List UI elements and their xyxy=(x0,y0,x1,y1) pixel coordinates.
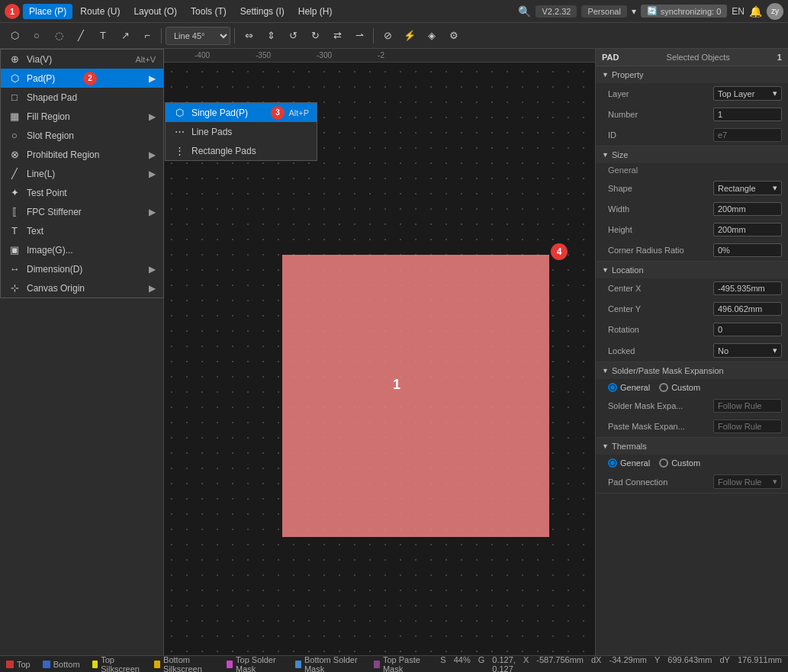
row-height: Height 200mm xyxy=(596,220,788,240)
section-property-header[interactable]: ▼ Property xyxy=(596,66,788,83)
solder-mask-value: Follow Rule xyxy=(713,399,782,413)
solder-radio-custom[interactable]: Custom xyxy=(659,383,700,392)
menu-item-prohibited[interactable]: ⊗ Prohibited Region ▶ xyxy=(1,145,163,164)
toolbar-btn-6[interactable]: ↗ xyxy=(115,26,135,46)
row-width: Width 200mm xyxy=(596,199,788,220)
row-pad-connection: Pad Connection Follow Rule▾ xyxy=(596,471,788,493)
menu-tools[interactable]: Tools (T) xyxy=(185,4,233,19)
layer-value[interactable]: Top Layer▾ xyxy=(713,86,782,101)
angle-select[interactable]: Line 45° Line 90° Any Angle xyxy=(166,27,230,45)
layer-bottom-dot xyxy=(43,661,50,668)
menu-item-slot-region[interactable]: ○ Slot Region xyxy=(1,126,163,145)
layer-bottom[interactable]: Bottom xyxy=(43,660,80,669)
layer-top[interactable]: Top xyxy=(6,660,31,669)
menu-item-image[interactable]: ▣ Image(G)... xyxy=(1,240,163,259)
toolbar-btn-4[interactable]: ╱ xyxy=(71,26,91,46)
layer-top-paste-mask[interactable]: Top Paste Mask xyxy=(374,655,428,673)
layer-bottom-silkscreen[interactable]: Bottom Silkscreen xyxy=(154,655,214,673)
width-label: Width xyxy=(608,204,710,214)
menu-item-fpc[interactable]: ⟦ FPC Stiffener ▶ xyxy=(1,202,163,221)
dimension-arrow: ▶ xyxy=(149,264,156,275)
layer-top-silkscreen[interactable]: Top Silkscreen xyxy=(92,655,143,673)
toolbar-rotate-l[interactable]: ↺ xyxy=(283,26,303,46)
section-location: ▼ Location Center X -495.935mm Center Y … xyxy=(596,262,788,362)
paste-mask-value: Follow Rule xyxy=(713,420,782,433)
ruler-top: -400 -350 -300 -2 xyxy=(164,49,595,63)
place-menu: ⊕ Via(V) Alt+V ⬡ Pad(P) 2 ▶ ⬡ Single Pad… xyxy=(0,49,164,298)
id-label: ID xyxy=(608,130,710,140)
solder-radio-general[interactable]: General xyxy=(608,383,650,392)
toolbar-clear[interactable]: ⊘ xyxy=(378,26,397,46)
menu-item-fill-region[interactable]: ▦ Fill Region ▶ xyxy=(1,107,163,126)
toolbar-drc[interactable]: ⚡ xyxy=(400,26,420,46)
menu-item-test-point[interactable]: ✦ Test Point xyxy=(1,183,163,202)
search-icon[interactable]: 🔍 xyxy=(518,5,531,18)
toolbar-mirror[interactable]: ⇄ xyxy=(327,26,347,46)
canvas-origin-arrow: ▶ xyxy=(149,283,156,294)
section-property: ▼ Property Layer Top Layer▾ Number 1 ID … xyxy=(596,66,788,146)
submenu-line-pads[interactable]: ⋯ Line Pads xyxy=(166,122,317,141)
menu-settings[interactable]: Settings (I) xyxy=(234,4,291,19)
section-property-label: Property xyxy=(612,70,644,79)
layer-bottom-solder-mask[interactable]: Bottom Solder Mask xyxy=(295,655,362,673)
submenu-rectangle-pads[interactable]: ⋮ Rectangle Pads xyxy=(166,141,317,160)
menu-layout[interactable]: Layout (O) xyxy=(127,4,183,19)
dimension-icon: ↔ xyxy=(8,263,21,275)
number-value[interactable]: 1 xyxy=(713,108,782,121)
section-size-header[interactable]: ▼ Size xyxy=(596,146,788,163)
menu-item-line[interactable]: ╱ Line(L) ▶ xyxy=(1,164,163,183)
corner-radius-value[interactable]: 0% xyxy=(713,243,782,257)
toolbar-btn-5[interactable]: T xyxy=(93,26,113,46)
menu-item-dimension[interactable]: ↔ Dimension(D) ▶ xyxy=(1,259,163,278)
pad-connection-label: Pad Connection xyxy=(608,477,710,487)
section-thermals-header[interactable]: ▼ Thermals xyxy=(596,438,788,455)
paste-mask-label: Paste Mask Expan... xyxy=(608,422,710,431)
menu-item-canvas-origin[interactable]: ⊹ Canvas Origin ▶ xyxy=(1,278,163,297)
toolbar-flip-v[interactable]: ⇕ xyxy=(261,26,281,46)
menu-help[interactable]: Help (H) xyxy=(292,4,339,19)
menu-item-via-label: Via(V) xyxy=(27,54,52,65)
submenu-single-pad[interactable]: ⬡ Single Pad(P) 3 Alt+P xyxy=(166,103,317,122)
section-solder-header[interactable]: ▼ Solder/Paste Mask Expansion xyxy=(596,362,788,379)
y-label: Y xyxy=(655,655,660,673)
plan-dropdown-icon[interactable]: ▾ xyxy=(632,6,636,17)
menu-item-shaped-pad[interactable]: □ Shaped Pad xyxy=(1,88,163,107)
tb-separator-2 xyxy=(234,28,235,43)
g-label: G xyxy=(478,655,485,673)
notification-icon[interactable]: 🔔 xyxy=(749,5,762,18)
center-x-value[interactable]: -495.935mm xyxy=(713,281,782,295)
section-location-header[interactable]: ▼ Location xyxy=(596,262,788,278)
toolbar-settings[interactable]: ⚙ xyxy=(444,26,464,46)
center-y-label: Center Y xyxy=(608,304,710,313)
toolbar-align[interactable]: ⇀ xyxy=(349,26,369,46)
layer-top-solder-mask[interactable]: Top Solder Mask xyxy=(227,655,283,673)
canvas-origin-icon: ⊹ xyxy=(8,282,21,294)
test-point-icon: ✦ xyxy=(8,187,21,198)
toolbar-btn-7[interactable]: ⌐ xyxy=(137,26,157,46)
toolbar-btn-3[interactable]: ◌ xyxy=(49,26,69,46)
user-avatar[interactable]: zy xyxy=(767,3,783,20)
thermals-radio-general[interactable]: General xyxy=(608,458,650,468)
menu-item-pad[interactable]: ⬡ Pad(P) 2 ▶ ⬡ Single Pad(P) 3 Alt+P ⋯ L… xyxy=(1,69,163,88)
toolbar-btn-2[interactable]: ○ xyxy=(27,26,47,46)
x-value: -587.756mm xyxy=(536,655,584,673)
menu-item-text[interactable]: T Text xyxy=(1,221,163,240)
toolbar-rotate-r[interactable]: ↻ xyxy=(305,26,325,46)
height-value[interactable]: 200mm xyxy=(713,223,782,236)
rotation-value[interactable]: 0 xyxy=(713,323,782,336)
menu-route[interactable]: Route (U) xyxy=(74,4,126,19)
center-y-value[interactable]: 496.062mm xyxy=(713,302,782,316)
thermals-radio-custom[interactable]: Custom xyxy=(659,458,700,468)
toolbar-copper[interactable]: ◈ xyxy=(422,26,442,46)
lang-label[interactable]: EN xyxy=(732,6,745,17)
locked-value[interactable]: No▾ xyxy=(713,343,782,358)
thermals-general-label: General xyxy=(620,458,650,468)
row-center-y: Center Y 496.062mm xyxy=(596,299,788,320)
toolbar-flip-h[interactable]: ⇔ xyxy=(239,26,259,46)
width-value[interactable]: 200mm xyxy=(713,202,782,216)
menu-item-via[interactable]: ⊕ Via(V) Alt+V xyxy=(1,50,163,69)
shape-value[interactable]: Rectangle▾ xyxy=(713,181,782,195)
slot-region-label: Slot Region xyxy=(27,130,74,141)
toolbar-btn-1[interactable]: ⬡ xyxy=(5,26,24,46)
menu-place[interactable]: Place (P) xyxy=(23,4,72,19)
